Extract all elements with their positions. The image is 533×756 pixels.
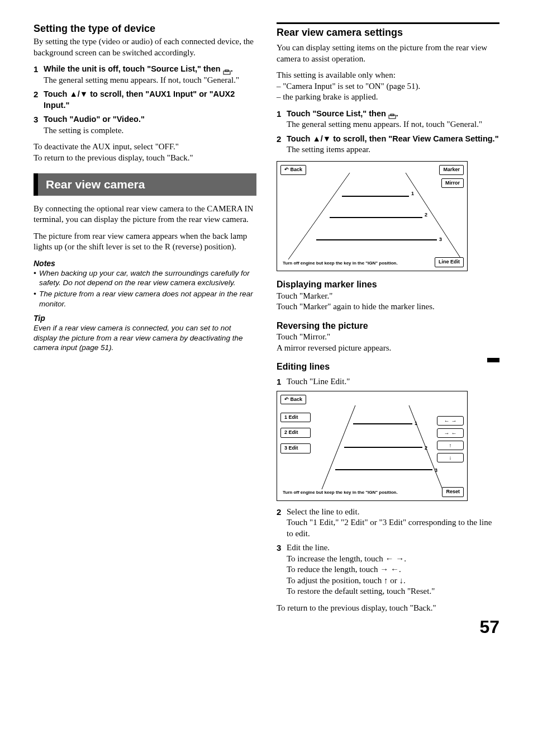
step-num: 3 [34,114,44,136]
rev-p2: A mirror reversed picture appears. [277,343,499,354]
ign-note: Turn off engine but keep the key in the … [283,261,398,266]
perspective-lines: 1 2 3 [277,162,467,271]
avail-item: – "Camera Input" is set to "ON" (page 51… [277,81,499,92]
step-detail: Touch "Line Edit." [287,377,350,386]
left-column: Setting the type of device By setting th… [34,22,256,639]
toolbox-icon [223,67,231,73]
devtype-intro: By setting the type (video or audio) of … [34,36,256,58]
up-arrow-button[interactable]: ↑ [437,441,464,450]
toolbox-icon [388,111,396,117]
svg-text:2: 2 [425,445,427,451]
note-item: When backing up your car, watch the surr… [34,268,256,288]
rvc-p2: The picture from rear view camera appear… [34,231,256,253]
edit-2-button[interactable]: 2 Edit [280,428,311,438]
notes-heading: Notes [34,258,256,268]
back-button[interactable]: ↶ Back [280,395,306,405]
step-line: To reduce the length, touch → ←. [287,565,401,574]
figure-line-edit-screen: 1 2 3 ↶ Back 1 Edit 2 Edit 3 Edit ← → → … [277,391,468,501]
back-arrow-icon: ↶ [284,396,291,402]
marker-p1: Touch "Marker." [277,291,499,302]
marker-p2: Touch "Marker" again to hide the marker … [277,301,499,313]
step-num: 1 [277,376,287,388]
edit-1-button[interactable]: 1 Edit [280,413,311,423]
thumb-index-mark [487,358,499,362]
step-detail: The setting is complete. [44,126,123,135]
settings-intro: You can display setting items on the pic… [277,42,499,64]
devtype-steps: 1 While the unit is off, touch "Source L… [34,64,256,136]
step-num: 1 [277,108,287,130]
ign-note: Turn off engine but keep the key in the … [283,490,398,495]
step-text: Touch ▲/▼ to scroll, then "AUX1 Input" o… [44,89,235,110]
dev-after-2: To return to the previous display, touch… [34,153,256,164]
shorten-arrows-button[interactable]: → ← [437,428,464,438]
avail-lead: This setting is available only when: [277,70,499,81]
tip-text: Even if a rear view camera is connected,… [34,323,256,353]
svg-text:1: 1 [415,420,417,426]
heading-reversing: Reversing the picture [277,320,499,332]
tip-heading: Tip [34,313,256,323]
marker-button[interactable]: Marker [439,165,464,175]
settings-steps: 1 Touch "Source List," then . The genera… [277,108,499,155]
line-label-1: 1 [411,191,414,196]
heading-displaying-marker: Displaying marker lines [277,279,499,291]
step-detail: Select the line to edit. [287,507,359,516]
svg-line-4 [288,173,350,259]
line-label-2: 2 [425,212,427,218]
step-line: To restore the default setting, touch "R… [287,587,435,596]
step-detail: The general setting menu appears. If not… [287,120,482,129]
avail-list: – "Camera Input" is set to "ON" (page 51… [277,81,499,103]
section-rear-view-camera: Rear view camera [34,173,256,195]
step-detail: Edit the line. [287,543,330,552]
step-text: Touch "Source List," then . [287,109,398,118]
step-num: 2 [34,89,44,111]
step-text: While the unit is off, touch "Source Lis… [44,64,233,73]
down-arrow-button[interactable]: ↓ [437,453,464,462]
svg-text:3: 3 [435,467,437,473]
rev-p1: Touch "Mirror." [277,332,499,343]
step-num: 2 [277,507,287,540]
figure-rvc-settings-screen: 1 2 3 ↶ Back Marker Mirror Turn off engi… [277,161,468,271]
mirror-button[interactable]: Mirror [441,178,464,188]
avail-item: – the parking brake is applied. [277,92,499,103]
step-line: To increase the length, touch ← →. [287,554,406,563]
step-text: Touch ▲/▼ to scroll, then "Rear View Cam… [287,134,499,143]
page-number: 57 [277,616,499,639]
edit-steps-post: 2 Select the line to edit. Touch "1 Edit… [277,507,499,597]
rvc-p1: By connecting the optional rear view cam… [34,204,256,225]
step-num: 2 [277,134,287,155]
dev-after-1: To deactivate the AUX input, select "OFF… [34,141,256,153]
edit-3-button[interactable]: 3 Edit [280,443,311,453]
section-title: Rear view camera [34,173,256,195]
line-edit-button[interactable]: Line Edit [435,257,464,267]
step-line: To adjust the position, touch ↑ or ↓. [287,576,406,585]
line-label-3: 3 [439,237,442,242]
step-text: Touch "Audio" or "Video." [44,115,145,124]
heading-editing-lines: Editing lines [277,361,499,373]
right-column: Rear view camera settings You can displa… [277,22,499,639]
reset-button[interactable]: Reset [442,487,464,497]
step-detail: The setting items appear. [287,145,370,154]
heading-rule [277,22,499,24]
heading-setting-device-type: Setting the type of device [34,22,256,35]
heading-rvc-settings: Rear view camera settings [277,26,499,39]
back-arrow-icon: ↶ [284,167,291,172]
note-item: The picture from a rear view camera does… [34,289,256,309]
edit-steps-pre: 1 Touch "Line Edit." [277,376,499,388]
back-button[interactable]: ↶ Back [280,165,306,175]
step-detail: Touch "1 Edit," "2 Edit" or "3 Edit" cor… [287,518,492,538]
step-num: 3 [277,542,287,597]
lengthen-arrows-button[interactable]: ← → [437,416,464,426]
return-text: To return to the previous display, touch… [277,603,499,614]
notes-list: When backing up your car, watch the surr… [34,268,256,309]
step-detail: The general setting menu appears. If not… [44,75,239,84]
step-num: 1 [34,64,44,86]
